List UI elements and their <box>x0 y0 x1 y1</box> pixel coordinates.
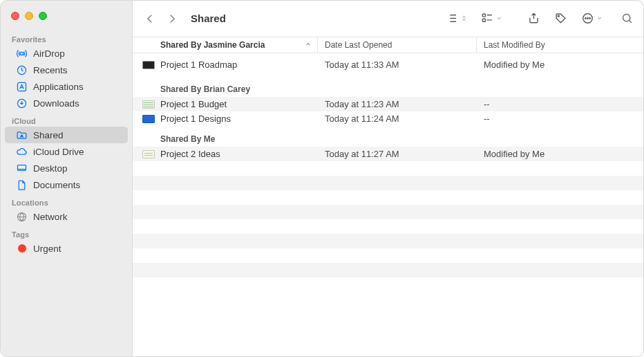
window-controls <box>1 6 132 30</box>
sort-asc-icon <box>305 40 312 50</box>
sidebar: Favorites AirDrop Recents Applications D… <box>1 1 133 356</box>
sidebar-item-documents[interactable]: Documents <box>5 176 128 193</box>
sidebar-item-tag-urgent[interactable]: Urgent <box>5 240 128 257</box>
blank-row <box>133 176 643 190</box>
download-icon <box>16 98 28 109</box>
file-list: Project 1 Roadmap Today at 11:33 AM Modi… <box>133 53 643 356</box>
sidebar-favorites: Favorites AirDrop Recents Applications D… <box>1 33 132 111</box>
view-list-button[interactable] <box>446 12 467 25</box>
window-title: Shared <box>191 12 446 24</box>
back-button[interactable] <box>142 11 158 26</box>
tag-button[interactable] <box>554 12 567 25</box>
sidebar-item-label: Network <box>33 212 68 222</box>
sidebar-item-label: Downloads <box>33 98 79 109</box>
sidebar-icloud: iCloud Shared iCloud Drive Desktop Docum… <box>1 114 132 193</box>
column-header-modified-by[interactable]: Last Modified By <box>477 37 643 53</box>
column-header-label: Shared By Jasmine Garcia <box>160 40 265 50</box>
finder-window: Favorites AirDrop Recents Applications D… <box>0 0 644 357</box>
column-header-name[interactable]: Shared By Jasmine Garcia <box>133 37 318 53</box>
column-header-label: Last Modified By <box>484 40 545 50</box>
file-name-cell: Project 1 Budget <box>133 99 318 109</box>
sidebar-item-shared[interactable]: Shared <box>5 127 128 143</box>
sidebar-item-label: iCloud Drive <box>33 147 84 157</box>
file-date-cell: Today at 11:24 AM <box>318 113 477 124</box>
svg-point-9 <box>558 15 559 17</box>
file-row[interactable]: Project 1 Designs Today at 11:24 AM -- <box>133 111 643 126</box>
toolbar: Shared <box>133 1 643 37</box>
forward-button[interactable] <box>164 11 180 26</box>
group-header: Shared By Brian Carey <box>133 76 643 97</box>
sidebar-item-label: Recents <box>33 65 68 75</box>
svg-rect-7 <box>482 14 485 17</box>
file-name: Project 1 Designs <box>160 113 231 124</box>
svg-point-12 <box>587 18 588 19</box>
desktop-icon <box>16 163 28 174</box>
file-name: Project 2 Ideas <box>160 149 220 159</box>
sidebar-heading-tags: Tags <box>1 228 132 240</box>
file-name-cell: Project 2 Ideas <box>133 149 318 159</box>
file-icon <box>142 61 155 69</box>
view-controls <box>446 12 502 25</box>
document-icon <box>16 179 28 191</box>
sidebar-item-airdrop[interactable]: AirDrop <box>5 45 128 62</box>
sidebar-item-desktop[interactable]: Desktop <box>5 160 128 176</box>
zoom-window-button[interactable] <box>39 12 47 20</box>
blank-row <box>133 190 643 205</box>
sidebar-item-label: Shared <box>33 130 64 140</box>
shared-folder-icon <box>16 129 28 141</box>
sidebar-item-icloud-drive[interactable]: iCloud Drive <box>5 143 128 160</box>
more-actions-button[interactable] <box>581 12 603 25</box>
sidebar-heading-favorites: Favorites <box>1 33 132 45</box>
globe-icon <box>16 211 28 223</box>
group-by-button[interactable] <box>481 12 502 25</box>
blank-row <box>133 161 643 176</box>
file-name-cell: Project 1 Roadmap <box>133 60 318 70</box>
column-header-date[interactable]: Date Last Opened <box>318 37 477 53</box>
file-row[interactable]: Project 1 Roadmap Today at 11:33 AM Modi… <box>133 57 643 72</box>
group-header: Shared By Me <box>133 126 643 147</box>
sidebar-item-label: AirDrop <box>33 48 65 59</box>
svg-point-14 <box>623 15 630 21</box>
sidebar-item-network[interactable]: Network <box>5 208 128 225</box>
file-modified-cell: -- <box>477 99 643 109</box>
tag-red-icon <box>16 243 28 255</box>
file-row[interactable]: Project 1 Budget Today at 11:23 AM -- <box>133 97 643 111</box>
blank-row <box>133 219 643 234</box>
sidebar-item-applications[interactable]: Applications <box>5 78 128 95</box>
cloud-icon <box>16 146 28 158</box>
file-modified-cell: -- <box>477 113 643 124</box>
applications-icon <box>16 81 28 93</box>
sidebar-item-label: Desktop <box>33 163 68 174</box>
blank-row <box>133 263 643 277</box>
minimize-window-button[interactable] <box>25 12 33 20</box>
airdrop-icon <box>16 48 28 60</box>
main-pane: Shared <box>133 1 643 356</box>
share-button[interactable] <box>527 12 540 25</box>
sidebar-locations: Locations Network <box>1 196 132 225</box>
sidebar-heading-icloud: iCloud <box>1 114 132 127</box>
sidebar-item-label: Urgent <box>33 244 61 254</box>
file-icon <box>142 150 155 158</box>
svg-point-0 <box>20 52 23 55</box>
file-row[interactable]: Project 2 Ideas Today at 11:27 AM Modifi… <box>133 147 643 161</box>
svg-point-11 <box>585 18 586 19</box>
blank-row <box>133 234 643 248</box>
blank-row <box>133 205 643 219</box>
file-name: Project 1 Roadmap <box>160 60 237 70</box>
sidebar-item-label: Applications <box>33 82 84 92</box>
file-modified-cell: Modified by Me <box>477 60 643 70</box>
file-date-cell: Today at 11:23 AM <box>318 99 477 109</box>
sidebar-item-downloads[interactable]: Downloads <box>5 95 128 111</box>
sidebar-heading-locations: Locations <box>1 196 132 208</box>
clock-icon <box>16 64 28 76</box>
file-date-cell: Today at 11:33 AM <box>318 60 477 70</box>
search-button[interactable] <box>621 12 634 25</box>
action-controls <box>527 12 603 25</box>
close-window-button[interactable] <box>11 12 19 20</box>
file-name-cell: Project 1 Designs <box>133 113 318 124</box>
blank-row <box>133 248 643 263</box>
svg-point-13 <box>589 18 590 19</box>
sidebar-item-recents[interactable]: Recents <box>5 62 128 78</box>
file-modified-cell: Modified by Me <box>477 149 643 159</box>
sidebar-item-label: Documents <box>33 180 80 190</box>
